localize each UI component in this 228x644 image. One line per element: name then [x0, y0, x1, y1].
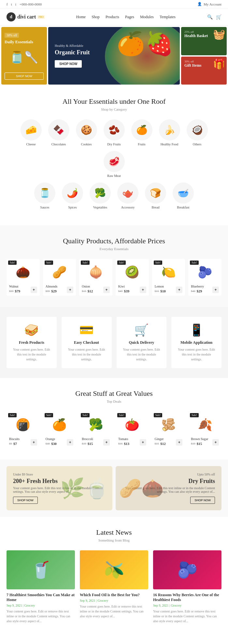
easy-checkout-icon: 💳 — [66, 323, 107, 337]
add-to-cart-broccoli[interactable]: + — [103, 439, 110, 446]
nav-templates[interactable]: Templates — [160, 15, 176, 20]
news-article-3-meta: Sep 9, 2021 | Grocery — [153, 604, 221, 607]
news-section: Latest News Something from Blog 🥤 7 Heal… — [0, 517, 228, 635]
category-chocolates-label: Chocolates — [51, 142, 66, 146]
facebook-icon[interactable]: f — [7, 2, 8, 6]
hero-gift-items: 30% off Gift Items 🎁 — [181, 57, 227, 85]
news-article-3[interactable]: 🫐 16 Reasons Why Berries Are One of the … — [153, 550, 221, 624]
cart-icon[interactable]: 🛒 — [216, 14, 221, 20]
product-blueberry-old-price: $40 — [191, 289, 195, 293]
category-breakfast-label: Breakfast — [177, 206, 189, 209]
nav-shop[interactable]: Shop — [92, 15, 100, 20]
category-chocolates[interactable]: 🍫 Chocolates — [47, 119, 70, 146]
category-fruits[interactable]: 🍊 Fruits — [130, 119, 153, 146]
feature-quick-delivery: 🛒 Quick Delivery Your content goes here.… — [117, 317, 167, 368]
product-orange[interactable]: Sale! 🍊 Orange $40 $30 + — [43, 411, 76, 448]
category-breakfast[interactable]: 🥣 Breakfast — [172, 182, 195, 209]
category-accessory-img: 🫖 — [117, 182, 138, 204]
promo-right-tag: Upto 50% off — [122, 473, 215, 476]
product-tomato[interactable]: Sale! 🍅 Tomato $16 $13 + — [116, 411, 149, 448]
product-almonds-old-price: $99 — [46, 289, 50, 293]
add-to-cart-almonds[interactable]: + — [67, 287, 73, 293]
category-raw-meat[interactable]: 🥩 Raw Meat — [103, 151, 125, 178]
add-to-cart-walnut[interactable]: + — [31, 287, 37, 293]
category-spices-img: 🌶️ — [62, 182, 83, 204]
nav-home[interactable]: Home — [76, 15, 86, 20]
category-healthy-food[interactable]: 🍌 Healthy Food — [158, 119, 181, 146]
feature-mobile-app: 📱 Mobile Application Your content goes h… — [171, 317, 221, 368]
add-to-cart-orange[interactable]: + — [67, 439, 73, 446]
essentials-subtitle: Everyday Essentials — [7, 247, 221, 251]
product-biscuits[interactable]: Sale! 🍘 Biscuits $9 $7 + — [7, 411, 40, 448]
categories-section: All Your Essentials under One Roof Shop … — [0, 86, 228, 225]
product-onion-old-price: $15 — [82, 289, 86, 293]
product-onion-new-price: $12 — [88, 289, 93, 293]
nav-pages[interactable]: Pages — [125, 15, 134, 20]
category-bread[interactable]: 🍞 Bread — [144, 182, 167, 209]
news-subtitle: Something from Blog — [7, 538, 221, 542]
category-raw-meat-label: Raw Meat — [107, 174, 121, 178]
category-others[interactable]: 🥥 Others — [186, 119, 208, 146]
product-almonds-new-price: $29 — [51, 289, 57, 293]
category-vegetables[interactable]: 🥦 Vegetables — [89, 182, 112, 209]
category-spices[interactable]: 🌶️ Spices — [61, 182, 84, 209]
category-cookies-label: Cookies — [81, 142, 92, 146]
product-blueberry[interactable]: Sale! 🫐 Blueberry $40 $29 + — [188, 259, 221, 296]
news-article-3-excerpt: Your content goes here. Edit or remove t… — [153, 609, 221, 624]
account-icon: 👤 — [197, 2, 202, 6]
add-to-cart-biscuits[interactable]: + — [31, 439, 37, 446]
news-article-2[interactable]: 🫒 Which Food Oil is the Best for You? Se… — [80, 550, 148, 624]
product-kiwi-new-price: $39 — [124, 289, 129, 293]
add-to-cart-onion[interactable]: + — [103, 287, 110, 293]
promo-left-btn[interactable]: SHOP NOW — [13, 497, 38, 504]
promo-fresh-herbs: Under $9 Store 200+ Fresh Herbs Your con… — [7, 466, 112, 510]
add-to-cart-ginger[interactable]: + — [176, 439, 182, 446]
product-almonds[interactable]: Sale! 🥜 Almonds $99 $29 + — [43, 259, 76, 296]
nav-products[interactable]: Products — [106, 15, 119, 20]
category-cookies[interactable]: 🍪 Cookies — [75, 119, 98, 146]
hero-center-btn[interactable]: SHOP NOW — [55, 60, 82, 68]
fresh-products-title: Fresh Products — [11, 340, 52, 345]
news-article-1[interactable]: 🥤 7 Healthiest Smoothies You Can Make at… — [7, 550, 75, 624]
product-lemon[interactable]: Sale! 🍋 Lemon $15 $10 + — [152, 259, 185, 296]
twitter-icon[interactable]: t — [11, 2, 12, 6]
nav-modules[interactable]: Modules — [140, 15, 154, 20]
news-article-2-category: Grocery — [98, 599, 108, 602]
add-to-cart-kiwi[interactable]: + — [140, 287, 146, 293]
hero-left-badge: 30% off — [5, 33, 19, 38]
add-to-cart-lemon[interactable]: + — [176, 287, 182, 293]
category-sauces[interactable]: 🫙 Sauces — [34, 182, 56, 209]
sale-badge-almonds: Sale! — [45, 261, 53, 265]
category-cheese[interactable]: 🧀 Cheese — [20, 119, 42, 146]
add-to-cart-blueberry[interactable]: + — [212, 287, 219, 293]
sale-badge-orange: Sale! — [45, 413, 53, 417]
product-lemon-old-price: $15 — [155, 289, 159, 293]
news-article-3-image: 🫐 — [153, 550, 221, 589]
search-icon[interactable]: 🔍 — [207, 14, 213, 20]
account-label[interactable]: My Account — [204, 2, 221, 6]
category-vegetables-label: Vegetables — [93, 206, 107, 209]
category-accessory[interactable]: 🫖 Accessory — [117, 182, 139, 209]
hero-left-btn[interactable]: SHOP NOW — [5, 73, 44, 80]
product-onion[interactable]: Sale! 🧅 Onion $15 $12 + — [79, 259, 112, 296]
category-dry-fruits-img: 🫘 — [104, 119, 125, 141]
product-brown-sugar[interactable]: Sale! 🍂 Brown Sugar $19 $15 + — [188, 411, 221, 448]
instagram-icon[interactable]: i — [15, 2, 16, 6]
product-brown-sugar-old-price: $19 — [191, 442, 195, 445]
product-walnut[interactable]: Sale! 🌰 Walnut $99 $79 + — [7, 259, 40, 296]
category-dry-fruits[interactable]: 🫘 Dry Fruits — [103, 119, 125, 146]
news-article-3-title: 16 Reasons Why Berries Are One of the He… — [153, 593, 221, 602]
top-bar-account[interactable]: 👤 My Account — [197, 2, 221, 6]
quick-delivery-title: Quick Delivery — [121, 340, 162, 345]
promo-right-btn[interactable]: SHOP NOW — [190, 497, 215, 504]
logo-icon: d — [7, 12, 16, 21]
product-ginger[interactable]: Sale! 🫚 Ginger $15 $12 + — [152, 411, 185, 448]
product-broccoli[interactable]: Sale! 🥦 Broccoli $19 $15 + — [79, 411, 112, 448]
product-kiwi[interactable]: Sale! 🥝 Kiwi $49 $39 + — [116, 259, 149, 296]
deals-products-grid: Sale! 🍘 Biscuits $9 $7 + Sale! 🍊 Orange … — [7, 411, 221, 448]
sale-badge-blueberry: Sale! — [190, 261, 198, 265]
logo[interactable]: d divi cart PRO — [7, 12, 45, 21]
promo-left-icon: 🌿🍵 — [60, 477, 109, 500]
add-to-cart-tomato[interactable]: + — [140, 439, 146, 446]
add-to-cart-brown-sugar[interactable]: + — [212, 439, 219, 446]
